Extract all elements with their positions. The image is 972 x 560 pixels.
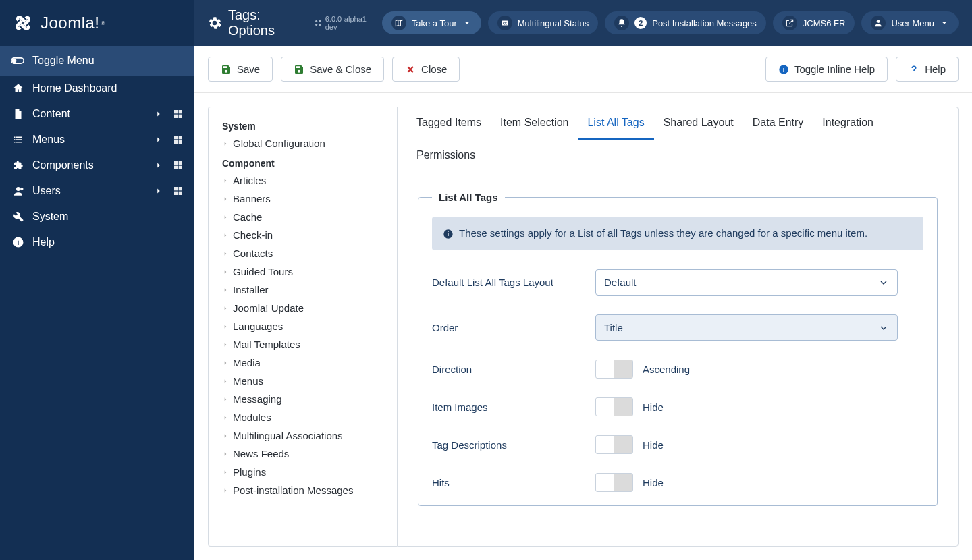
select-default-list-all-tags-layout[interactable]: Default: [595, 269, 898, 296]
chevron-right-icon: [222, 396, 229, 403]
tree-item-multilingual-associations[interactable]: Multilingual Associations: [222, 426, 383, 445]
nav-label: System: [32, 211, 184, 223]
save-button[interactable]: Save: [208, 57, 273, 82]
svg-rect-5: [179, 115, 182, 118]
nav-label: Menus: [32, 134, 154, 146]
chevron-right-icon: [222, 469, 229, 476]
tree-item-mail-templates[interactable]: Mail Templates: [222, 335, 383, 354]
dashboard-icon[interactable]: [173, 186, 184, 196]
tab-data-entry[interactable]: Data Entry: [743, 107, 813, 140]
svg-rect-4: [174, 115, 178, 118]
dashboard-icon[interactable]: [173, 160, 184, 171]
chevron-right-icon: [222, 432, 229, 439]
tab-shared-layout[interactable]: Shared Layout: [654, 107, 743, 140]
tree-item-menus[interactable]: Menus: [222, 372, 383, 390]
take-tour-button[interactable]: Take a Tour: [382, 11, 481, 34]
toggle-inline-help-button[interactable]: i Toggle Inline Help: [765, 57, 888, 82]
tree-item-guided-tours[interactable]: Guided Tours: [222, 262, 383, 281]
toggle-value-label: Hide: [643, 401, 664, 413]
tree-item-modules[interactable]: Modules: [222, 408, 383, 426]
tree-item-label: Check-in: [233, 229, 273, 241]
nav-label: Home Dashboard: [32, 82, 184, 94]
chevron-right-icon: [154, 161, 163, 170]
nav-item-users[interactable]: Users: [0, 178, 194, 204]
svg-point-22: [315, 24, 317, 26]
list-all-tags-fieldset: List All Tags i These settings apply for…: [418, 192, 938, 506]
nav-item-help[interactable]: iHelp: [0, 229, 194, 255]
toggle-menu-button[interactable]: Toggle Menu: [0, 46, 194, 76]
tree-item-contacts[interactable]: Contacts: [222, 244, 383, 262]
tab-list-all-tags[interactable]: List All Tags: [578, 107, 653, 140]
chevron-right-icon: [222, 269, 229, 275]
nav-label: Users: [32, 185, 154, 197]
tree-item-articles[interactable]: Articles: [222, 171, 383, 190]
select-order[interactable]: Title: [595, 314, 898, 341]
nav-item-components[interactable]: Components: [0, 152, 194, 178]
toggle-item-images[interactable]: [595, 397, 633, 416]
tab-item-selection[interactable]: Item Selection: [491, 107, 578, 140]
main-panel: Tagged ItemsItem SelectionList All TagsS…: [397, 107, 959, 547]
toggle-direction[interactable]: [595, 360, 633, 379]
toggle-tag-descriptions[interactable]: [595, 435, 633, 454]
page-title: Tags: Options: [208, 7, 300, 38]
dashboard-icon[interactable]: [173, 109, 184, 119]
tree-item-global-configuration[interactable]: Global Configuration: [222, 134, 383, 152]
svg-text:i: i: [783, 66, 785, 73]
tree-item-news-feeds[interactable]: News Feeds: [222, 445, 383, 463]
tree-item-media[interactable]: Media: [222, 354, 383, 372]
user-menu-button[interactable]: User Menu: [861, 11, 959, 34]
dashboard-icon[interactable]: [173, 134, 184, 145]
tree-item-languages[interactable]: Languages: [222, 317, 383, 335]
brand-logo[interactable]: Joomla!®: [0, 0, 194, 46]
tree-item-messaging[interactable]: Messaging: [222, 390, 383, 408]
nav-item-system[interactable]: System: [0, 204, 194, 229]
multilingual-status-button[interactable]: A文 Multilingual Status: [488, 11, 599, 34]
info-icon: i: [11, 236, 26, 248]
svg-rect-10: [174, 161, 178, 165]
list-icon: [11, 134, 26, 146]
puzzle-icon: [11, 159, 26, 171]
tree-item-check-in[interactable]: Check-in: [222, 226, 383, 244]
main-nav: Home DashboardContentMenusComponentsUser…: [0, 76, 194, 255]
toggle-hits[interactable]: [595, 473, 633, 492]
svg-rect-9: [179, 140, 182, 144]
tab-tagged-items[interactable]: Tagged Items: [407, 107, 491, 140]
chevron-right-icon: [222, 360, 229, 366]
chevron-right-icon: [222, 232, 229, 239]
nav-item-content[interactable]: Content: [0, 101, 194, 127]
chevron-down-icon: [878, 277, 889, 288]
close-button[interactable]: Close: [392, 57, 460, 82]
tree-item-label: Guided Tours: [233, 266, 293, 277]
chevron-down-icon: [878, 323, 889, 333]
chevron-down-icon: [940, 18, 949, 28]
notification-count: 2: [634, 17, 647, 29]
tree-item-cache[interactable]: Cache: [222, 208, 383, 226]
save-close-button[interactable]: Save & Close: [281, 57, 384, 82]
tree-item-plugins[interactable]: Plugins: [222, 463, 383, 481]
tree-item-label: Modules: [233, 412, 271, 423]
chevron-right-icon: [222, 287, 229, 293]
tree-item-label: Installer: [233, 284, 269, 296]
site-link-button[interactable]: JCMS6 FR: [773, 11, 855, 34]
chevron-right-icon: [222, 214, 229, 221]
tree-item-label: Plugins: [233, 466, 266, 478]
tree-item-joomla-update[interactable]: Joomla! Update: [222, 299, 383, 317]
save-icon: [221, 64, 232, 75]
toggle-icon: [11, 54, 24, 67]
tree-item-label: Articles: [233, 175, 266, 186]
nav-item-home-dashboard[interactable]: Home Dashboard: [0, 76, 194, 101]
tab-bar: Tagged ItemsItem SelectionList All TagsS…: [398, 107, 958, 171]
form-row-direction: DirectionAscending: [432, 360, 923, 379]
tab-permissions[interactable]: Permissions: [407, 140, 485, 171]
help-button[interactable]: Help: [896, 57, 959, 82]
tree-item-installer[interactable]: Installer: [222, 281, 383, 299]
field-label: Order: [432, 322, 595, 333]
tree-item-label: Contacts: [233, 248, 273, 259]
form-row-order: OrderTitle: [432, 314, 923, 341]
tab-integration[interactable]: Integration: [813, 107, 883, 140]
svg-text:i: i: [18, 238, 20, 246]
nav-item-menus[interactable]: Menus: [0, 127, 194, 152]
notifications-button[interactable]: 2 Post Installation Messages: [605, 11, 766, 34]
tree-item-post-installation-messages[interactable]: Post-installation Messages: [222, 481, 383, 499]
tree-item-banners[interactable]: Banners: [222, 190, 383, 208]
